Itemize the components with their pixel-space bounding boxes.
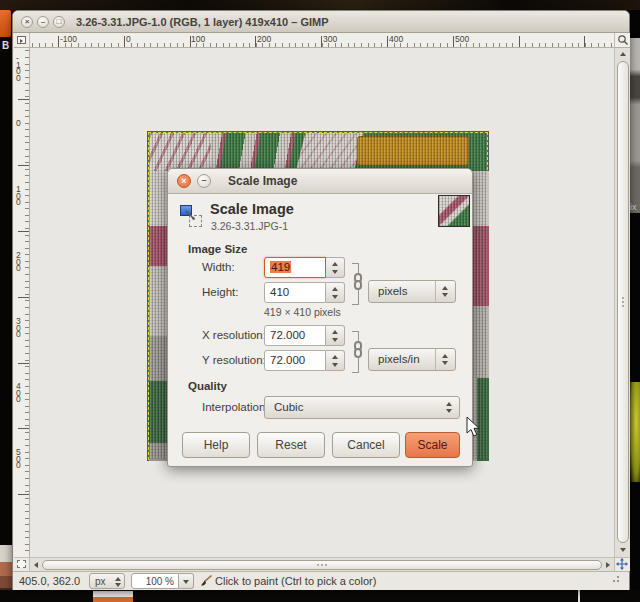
spin-up-icon[interactable] bbox=[332, 262, 338, 266]
dialog-close-button[interactable]: × bbox=[177, 174, 191, 188]
spin-up-icon[interactable] bbox=[332, 355, 338, 359]
status-message: Click to paint (Ctrl to pick a color) bbox=[215, 575, 376, 587]
spin-up-icon[interactable] bbox=[332, 287, 338, 291]
desktop-strip-top bbox=[0, 0, 640, 10]
fabric-left-column bbox=[149, 443, 169, 461]
window-titlebar[interactable]: × – □ 3.26-3.31.JPG-1.0 (RGB, 1 layer) 4… bbox=[13, 11, 629, 33]
hruler-label: 400 bbox=[389, 34, 403, 44]
spin-down-icon[interactable] bbox=[115, 583, 121, 587]
pointer-position: 405.0, 362.0 bbox=[19, 575, 80, 587]
scroll-down-icon[interactable] bbox=[620, 548, 626, 552]
chain-lower-link bbox=[354, 280, 362, 290]
spin-up-icon bbox=[442, 354, 448, 358]
desktop-right-text: ix bbox=[630, 202, 637, 212]
hruler-label: 100 bbox=[191, 34, 205, 44]
spin-down-icon bbox=[442, 361, 448, 365]
mouse-cursor bbox=[466, 416, 481, 442]
dialog-heading: Scale Image bbox=[210, 201, 294, 217]
interpolation-combo[interactable]: Cubic bbox=[264, 396, 460, 419]
x-resolution-spinner[interactable] bbox=[326, 325, 345, 346]
hruler-label: 500 bbox=[455, 34, 469, 44]
knit-texture-overlay bbox=[439, 196, 469, 226]
window-maximize-button[interactable]: □ bbox=[53, 16, 65, 28]
navigation-preview-button[interactable] bbox=[614, 557, 630, 571]
quick-mask-toggle[interactable] bbox=[14, 557, 30, 571]
hruler-label: -100 bbox=[60, 34, 77, 44]
horizontal-scrollbar[interactable] bbox=[30, 557, 614, 571]
zoom-dropdown-button[interactable] bbox=[179, 573, 194, 589]
horizontal-scrollbar-thumb[interactable] bbox=[42, 560, 602, 570]
cancel-button[interactable]: Cancel bbox=[332, 432, 400, 458]
scale-tool-icon bbox=[180, 205, 204, 229]
chain-link-icon[interactable] bbox=[354, 273, 364, 291]
y-resolution-spinner[interactable] bbox=[326, 350, 345, 371]
width-input[interactable]: 419 bbox=[264, 257, 326, 278]
fabric-left-column bbox=[149, 381, 169, 443]
x-resolution-input[interactable]: 72.000 bbox=[264, 325, 326, 346]
interpolation-value: Cubic bbox=[274, 401, 303, 413]
resize-grip[interactable] bbox=[613, 580, 615, 582]
desktop-left-letter: B bbox=[2, 40, 9, 51]
combo-arrows bbox=[435, 281, 455, 302]
image-menu-button[interactable] bbox=[14, 33, 30, 48]
horizontal-ruler[interactable]: -100 0 100 200 300 400 500 bbox=[30, 33, 614, 48]
dialog-minimize-button[interactable]: – bbox=[197, 174, 211, 188]
spin-down-icon[interactable] bbox=[332, 270, 338, 274]
spin-down-icon[interactable] bbox=[332, 338, 338, 342]
vruler-label: 400 bbox=[16, 383, 23, 403]
height-spinner[interactable] bbox=[326, 282, 345, 303]
width-spinner[interactable] bbox=[326, 257, 345, 278]
link-bracket bbox=[352, 358, 359, 373]
scale-icon-arrow bbox=[183, 208, 199, 224]
height-input[interactable]: 410 bbox=[264, 282, 326, 303]
vertical-scrollbar[interactable] bbox=[614, 48, 630, 557]
spin-down-icon[interactable] bbox=[332, 295, 338, 299]
menu-arrow-glyph bbox=[20, 39, 23, 43]
height-label: Height: bbox=[202, 286, 238, 298]
window-minimize-button[interactable]: – bbox=[37, 16, 49, 28]
unit-combo[interactable]: px bbox=[89, 573, 125, 589]
window-close-button[interactable]: × bbox=[21, 16, 33, 28]
spin-down-icon[interactable] bbox=[332, 363, 338, 367]
spin-up-icon[interactable] bbox=[115, 577, 121, 581]
hruler-label: 300 bbox=[323, 34, 337, 44]
desktop-right-photo bbox=[630, 38, 640, 213]
spin-up-icon bbox=[442, 286, 448, 290]
combo-arrows bbox=[440, 397, 459, 418]
scale-button[interactable]: Scale bbox=[405, 432, 460, 458]
chain-lower-link bbox=[354, 348, 362, 358]
vruler-label: 300 bbox=[16, 318, 23, 338]
fabric-gold-bar bbox=[357, 136, 469, 166]
scroll-up-icon[interactable] bbox=[620, 52, 626, 56]
chain-link-icon[interactable] bbox=[354, 341, 364, 359]
help-button[interactable]: Help bbox=[182, 432, 250, 458]
desktop-strip-right: ix bbox=[630, 10, 640, 602]
y-resolution-input[interactable]: 72.000 bbox=[264, 350, 326, 371]
move-cross-icon bbox=[616, 558, 628, 570]
y-resolution-label: Y resolution: bbox=[202, 354, 266, 366]
size-unit-combo[interactable]: pixels bbox=[368, 280, 456, 303]
scroll-left-icon[interactable] bbox=[34, 562, 38, 568]
zoom-level-field[interactable]: 100 % bbox=[131, 573, 179, 589]
spin-up-icon[interactable] bbox=[332, 330, 338, 334]
x-resolution-label: X resolution: bbox=[202, 329, 266, 341]
dialog-titlebar[interactable]: × – Scale Image bbox=[168, 169, 472, 194]
width-value: 419 bbox=[270, 261, 291, 273]
reset-button[interactable]: Reset bbox=[257, 432, 325, 458]
fabric-diagonal-pattern bbox=[211, 133, 307, 171]
resolution-unit-combo[interactable]: pixels/in bbox=[368, 348, 456, 371]
desktop-bottom-thumbnail bbox=[93, 591, 133, 602]
vruler-label: 0 bbox=[16, 120, 23, 127]
vertical-ruler[interactable]: -100 0 100 200 300 400 500 bbox=[14, 48, 30, 557]
size-summary: 419 × 410 pixels bbox=[264, 306, 341, 318]
scroll-right-icon[interactable] bbox=[606, 562, 610, 568]
combo-arrows bbox=[435, 349, 455, 370]
thumb-grip bbox=[622, 301, 624, 303]
zoom-follow-window-button[interactable] bbox=[614, 33, 630, 48]
vertical-scrollbar-thumb[interactable] bbox=[617, 61, 629, 543]
vruler-label: 100 bbox=[16, 186, 23, 206]
zoom-value: 100 % bbox=[146, 576, 174, 587]
desktop-bottom-line bbox=[578, 590, 580, 602]
hruler-label: 0 bbox=[126, 34, 131, 44]
fabric-white-patch bbox=[297, 133, 364, 168]
